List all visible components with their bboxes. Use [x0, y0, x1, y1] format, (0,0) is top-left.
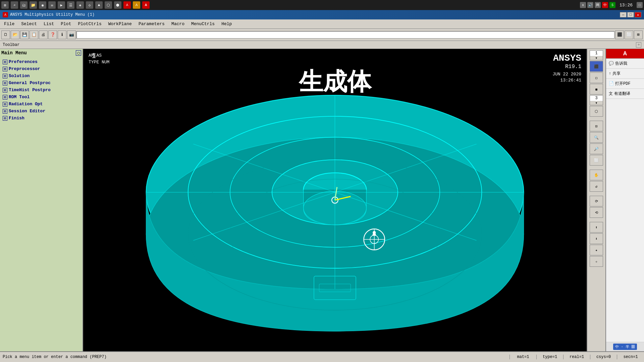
sidebar-item-general-postproc[interactable]: ⊞ General Postproc [1, 79, 81, 86]
status-mat: mat=1 [510, 355, 537, 359]
tell-me-icon: 💬 [609, 61, 614, 66]
dynamic-rotate-button[interactable]: ⟳ [590, 196, 603, 206]
saveas-button[interactable]: 📋 [30, 31, 38, 39]
sidebar-collapse-icon[interactable]: ◯ [76, 50, 81, 56]
minimize-button[interactable]: — [620, 12, 627, 17]
spinbox-2-down[interactable]: ▼ [590, 101, 603, 105]
sidebar-label-timehist: TimeHist Postpro [9, 87, 51, 93]
command-input[interactable] [76, 31, 614, 39]
new-file-button[interactable]: 🗋 [1, 31, 10, 39]
front-view-button[interactable]: ⬇ [590, 233, 603, 244]
view-3d-button[interactable]: ⬛ [590, 61, 603, 72]
toolbar-btn1[interactable]: ⬛ [615, 31, 624, 39]
menu-parameters[interactable]: Parameters [136, 21, 167, 27]
start-button[interactable]: ⊞ [1, 1, 9, 9]
typenum-label: TYPE NUM [89, 60, 109, 65]
menu-file[interactable]: File [1, 21, 17, 27]
search-icon[interactable]: ⌕ [11, 1, 18, 9]
menu-plotctrls[interactable]: PlotCtrls [75, 21, 104, 27]
open-button[interactable]: 📂 [11, 31, 19, 39]
spinbox-2[interactable]: 3 ▼ [590, 95, 603, 105]
app5-icon[interactable]: ▲ [95, 1, 103, 9]
notification-icon[interactable]: □ [637, 2, 643, 8]
pick-button[interactable]: ✦ [590, 245, 603, 255]
menu-plot[interactable]: Plot [58, 21, 74, 27]
app3-icon[interactable]: ◈ [76, 1, 84, 9]
menu-select[interactable]: Select [18, 21, 40, 27]
sidebar-item-preprocessor[interactable]: ⊞ Preprocessor [1, 65, 81, 72]
tell-me-button[interactable]: 💬 告诉我 [606, 59, 644, 69]
sidebar-item-solution[interactable]: ⊞ Solution [1, 72, 81, 79]
ansys-app-icon: A [3, 12, 8, 17]
fit-view-button[interactable]: ⊡ [590, 121, 603, 131]
print-button[interactable]: 🖨 [39, 31, 48, 39]
sidebar-item-timehist[interactable]: ⊞ TimeHist Postpro [1, 86, 81, 94]
acrobat-logo: A [608, 50, 642, 57]
zoom-controls[interactable]: 中 ◦ 半 ☰ [613, 344, 637, 350]
select-button[interactable]: ✧ [590, 256, 603, 267]
toolbar-btn3[interactable]: ⊞ [634, 31, 643, 39]
toolbar-btn2[interactable]: ⬜ [625, 31, 633, 39]
extra-right-panel: A 💬 告诉我 ↑ 共享 📄 打开PDF 文 有道翻译 中 ◦ 半 ☰ [605, 49, 644, 351]
top-view-button[interactable]: ⬆ [590, 222, 603, 233]
spinbox-1[interactable]: 1 ▼ [590, 50, 603, 60]
save-button[interactable]: 💾 [20, 31, 29, 39]
tray-input-icon[interactable]: 中 [602, 2, 608, 8]
viewport[interactable]: 1 AREAS TYPE NUM 生成体 ANSYS R19.1 JUN 22 … [83, 49, 587, 351]
open-pdf-button[interactable]: 📄 打开PDF [606, 79, 644, 89]
areas-label: AREAS [89, 53, 102, 58]
view-surface-button[interactable]: ◼ [590, 84, 603, 95]
window-titlebar: A ANSYS Multiphysics Utility Menu (1) — … [0, 10, 644, 19]
zoom-out-button[interactable]: 🔎 [590, 143, 603, 154]
info-button[interactable]: ℹ [58, 31, 66, 39]
menu-help[interactable]: Help [219, 21, 234, 27]
menu-workplane[interactable]: WorkPlane [106, 21, 135, 27]
zoom-box-button[interactable]: ⬜ [590, 155, 603, 166]
date-label: JUN 22 2020 [552, 72, 581, 77]
app2-icon[interactable]: ☰ [67, 1, 74, 9]
rotate-button[interactable]: ↺ [590, 181, 603, 192]
menu-menuctrls[interactable]: MenuCtrls [189, 21, 217, 27]
iso-view-button[interactable]: ⬡ [590, 106, 603, 117]
dynamic-zoom-button[interactable]: ⟲ [590, 207, 603, 218]
spinbox-1-down[interactable]: ▼ [590, 56, 603, 60]
zoom-in-button[interactable]: 🔍 [590, 132, 603, 143]
capture-button[interactable]: 📷 [67, 31, 76, 39]
pan-button[interactable]: ✋ [590, 170, 603, 180]
task-view-icon[interactable]: 🗂 [20, 1, 28, 9]
browser-icon[interactable]: ◉ [39, 1, 46, 9]
app4-icon[interactable]: ◇ [86, 1, 93, 9]
toolbar-options-icon[interactable]: ○ [636, 42, 641, 48]
share-button[interactable]: ↑ 共享 [606, 69, 644, 79]
maximize-button[interactable]: □ [627, 12, 634, 17]
help-button[interactable]: ❓ [48, 31, 57, 39]
expand-icon-finish: ⊞ [3, 116, 7, 121]
sidebar-item-session-editor[interactable]: ⊞ Session Editor [1, 108, 81, 115]
file-explorer-icon[interactable]: 📁 [30, 1, 37, 9]
app6-icon[interactable]: ⬡ [105, 1, 112, 9]
tray-network-icon[interactable]: 网 [595, 2, 601, 8]
app1-icon[interactable]: ▶ [58, 1, 65, 9]
app9-icon[interactable]: A [133, 1, 140, 9]
sidebar-item-radiation-opt[interactable]: ⊞ Radiation Opt [1, 101, 81, 108]
menu-macro[interactable]: Macro [169, 21, 187, 27]
sidebar-header: Main Menu ◯ [1, 50, 81, 56]
sidebar-item-finish[interactable]: ⊞ Finish [1, 115, 81, 122]
menu-list[interactable]: List [41, 21, 57, 27]
sidebar-item-rom-tool[interactable]: ⊞ ROM Tool [1, 94, 81, 101]
app8-icon[interactable]: A [123, 1, 131, 9]
time-label: 13:26:41 [560, 78, 581, 83]
tray-s-icon[interactable]: S [609, 2, 615, 8]
app10-icon[interactable]: A [142, 1, 150, 9]
mail-icon[interactable]: ✉ [48, 1, 56, 9]
scene-title: 生成体 [299, 66, 371, 98]
status-secn: secn=1 [617, 355, 644, 359]
expand-icon-general-postproc: ⊞ [3, 81, 7, 85]
app7-icon[interactable]: ⬢ [114, 1, 121, 9]
view-wire-button[interactable]: ◻ [590, 72, 603, 83]
tray-volume-icon[interactable]: 🔊 [587, 2, 593, 8]
youdao-translate-button[interactable]: 文 有道翻译 [606, 89, 644, 99]
tray-expand-icon[interactable]: ∧ [580, 2, 586, 8]
sidebar-item-preferences[interactable]: ⊞ Preferences [1, 58, 81, 65]
close-button[interactable]: ✕ [635, 12, 641, 17]
